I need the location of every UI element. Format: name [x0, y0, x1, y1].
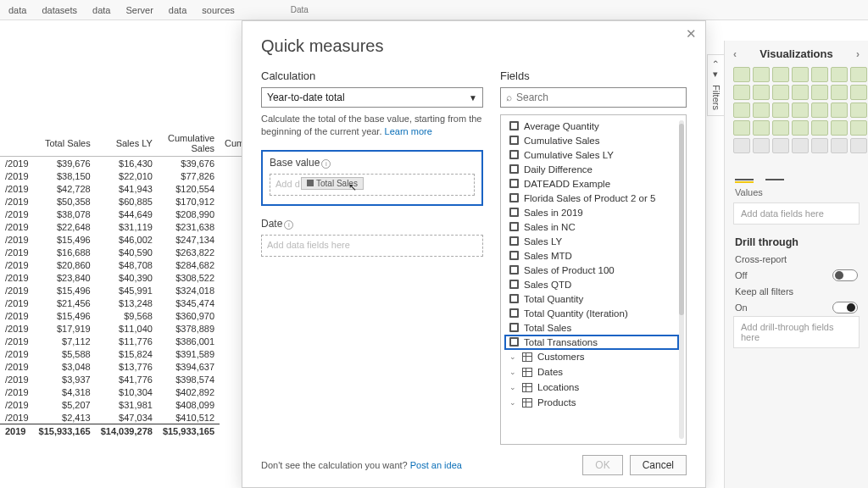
post-idea-link[interactable]: Post an idea: [410, 460, 462, 470]
table-item[interactable]: ⌄Customers: [501, 349, 686, 364]
close-icon[interactable]: ✕: [686, 26, 697, 42]
viz-tile[interactable]: [792, 67, 809, 82]
viz-tile[interactable]: [753, 67, 770, 82]
table-row[interactable]: /2019$3,048$13,776$394,637: [0, 360, 257, 373]
viz-tile[interactable]: [792, 85, 809, 100]
format-tab-icon[interactable]: [765, 164, 784, 180]
keep-filters-toggle[interactable]: [832, 302, 858, 313]
table-row[interactable]: /2019$15,496$9,568$360,970: [0, 309, 257, 322]
viz-tile[interactable]: [753, 138, 770, 153]
viz-tile[interactable]: [831, 85, 848, 100]
viz-tile[interactable]: [772, 85, 789, 100]
table-row[interactable]: /2019$39,676$16,430$39,676: [0, 157, 257, 170]
learn-more-link[interactable]: Learn more: [385, 126, 432, 136]
fields-tab-icon[interactable]: [735, 164, 754, 180]
viz-tile[interactable]: [772, 138, 789, 153]
scrollbar[interactable]: [679, 120, 684, 439]
field-item[interactable]: Sales MTD: [501, 248, 686, 263]
viz-tile[interactable]: [811, 120, 828, 136]
viz-tile[interactable]: [733, 67, 750, 82]
column-header[interactable]: Cumulative Sales: [158, 130, 220, 157]
viz-tile[interactable]: [733, 138, 750, 153]
table-row[interactable]: /2019$20,860$48,708$284,682: [0, 258, 257, 271]
ribbon-item[interactable]: sources: [202, 5, 235, 15]
viz-tile[interactable]: [772, 120, 789, 136]
cancel-button[interactable]: Cancel: [630, 455, 687, 475]
search-input[interactable]: [516, 92, 681, 103]
column-header[interactable]: Sales LY: [96, 130, 158, 157]
field-item[interactable]: Sales QTD: [501, 277, 686, 291]
info-icon[interactable]: i: [321, 159, 331, 169]
drill-through-well[interactable]: Add drill-through fields here: [733, 316, 860, 348]
field-item[interactable]: Total Quantity (Iteration): [501, 306, 686, 320]
table-item[interactable]: ⌄Locations: [501, 380, 686, 395]
viz-tile[interactable]: [811, 85, 828, 100]
viz-tile[interactable]: [831, 67, 848, 82]
table-row[interactable]: /2019$4,318$10,304$402,892: [0, 385, 257, 398]
calculation-dropdown[interactable]: Year-to-date total ▼: [261, 87, 483, 108]
field-item[interactable]: Daily Difference: [501, 162, 686, 176]
cross-report-toggle[interactable]: [832, 269, 858, 281]
viz-tile[interactable]: [831, 120, 848, 136]
viz-tile[interactable]: [811, 138, 828, 153]
table-row[interactable]: /2019$15,496$46,002$247,134: [0, 233, 257, 246]
field-item[interactable]: Sales in NC: [501, 219, 686, 234]
ribbon-item[interactable]: datasets: [42, 5, 77, 15]
viz-tile[interactable]: [792, 103, 809, 118]
filters-pane-toggle[interactable]: ‹ ▾ Filters: [707, 54, 724, 116]
field-item[interactable]: Cumulative Sales LY: [501, 147, 686, 162]
column-header[interactable]: [0, 130, 34, 157]
column-header[interactable]: Total Sales: [34, 130, 96, 157]
ribbon-item[interactable]: Server: [125, 5, 153, 15]
viz-tile[interactable]: [831, 138, 848, 153]
ribbon-item[interactable]: data: [8, 5, 26, 15]
ok-button[interactable]: OK: [582, 455, 622, 475]
table-row[interactable]: /2019$42,728$41,943$120,554: [0, 182, 257, 195]
field-item[interactable]: Sales of Product 100: [501, 263, 686, 277]
table-row[interactable]: /2019$7,112$11,776$386,001: [0, 335, 257, 347]
viz-tile[interactable]: [831, 103, 848, 118]
viz-tile[interactable]: [850, 67, 867, 82]
viz-tile[interactable]: [792, 120, 809, 136]
table-row[interactable]: /2019$21,456$13,248$345,474: [0, 297, 257, 309]
base-value-dropzone[interactable]: Add d Total Sales ↖: [270, 174, 475, 196]
ribbon-item[interactable]: data: [92, 5, 110, 15]
table-row[interactable]: /2019$5,207$31,981$408,099: [0, 398, 257, 411]
fields-search[interactable]: ⌕: [500, 87, 687, 108]
table-item[interactable]: ⌄Products: [501, 395, 686, 410]
table-row[interactable]: /2019$3,937$41,776$398,574: [0, 373, 257, 385]
viz-tile[interactable]: [753, 103, 770, 118]
date-dropzone[interactable]: Add data fields here: [261, 235, 483, 257]
chevron-left-icon[interactable]: ‹: [733, 48, 737, 60]
table-row[interactable]: /2019$17,919$11,040$378,889: [0, 322, 257, 335]
field-item[interactable]: Average Quantity: [501, 119, 686, 133]
table-row[interactable]: /2019$50,358$60,885$170,912: [0, 195, 257, 208]
field-item[interactable]: Total Sales: [501, 320, 686, 335]
field-item[interactable]: DATEADD Example: [501, 176, 686, 191]
viz-tile[interactable]: [850, 138, 867, 153]
table-row[interactable]: /2019$38,150$22,010$77,826: [0, 169, 257, 182]
field-item[interactable]: Cumulative Sales: [501, 133, 686, 147]
field-item[interactable]: Sales LY: [501, 234, 686, 248]
ribbon-item[interactable]: data: [169, 5, 186, 15]
values-well[interactable]: Add data fields here: [733, 202, 860, 225]
viz-tile[interactable]: [850, 85, 867, 100]
table-row[interactable]: /2019$15,496$45,991$324,018: [0, 284, 257, 297]
field-item[interactable]: Total Quantity: [501, 291, 686, 306]
viz-tile[interactable]: [753, 85, 770, 100]
viz-tile[interactable]: [733, 103, 750, 118]
viz-tile[interactable]: [850, 103, 867, 118]
viz-tile[interactable]: [772, 67, 789, 82]
viz-tile[interactable]: [733, 85, 750, 100]
field-item[interactable]: Sales in 2019: [501, 205, 686, 219]
viz-tile[interactable]: [850, 120, 867, 136]
viz-tile[interactable]: [792, 138, 809, 153]
viz-tile[interactable]: [733, 120, 750, 136]
viz-tile[interactable]: [772, 103, 789, 118]
info-icon[interactable]: i: [284, 220, 293, 230]
viz-tile[interactable]: [811, 103, 828, 118]
table-item[interactable]: ⌄Dates: [501, 364, 686, 380]
table-row[interactable]: /2019$38,078$44,649$208,990: [0, 208, 257, 220]
viz-tile[interactable]: [811, 67, 828, 82]
fields-list[interactable]: Average QuantityCumulative SalesCumulati…: [500, 114, 687, 445]
